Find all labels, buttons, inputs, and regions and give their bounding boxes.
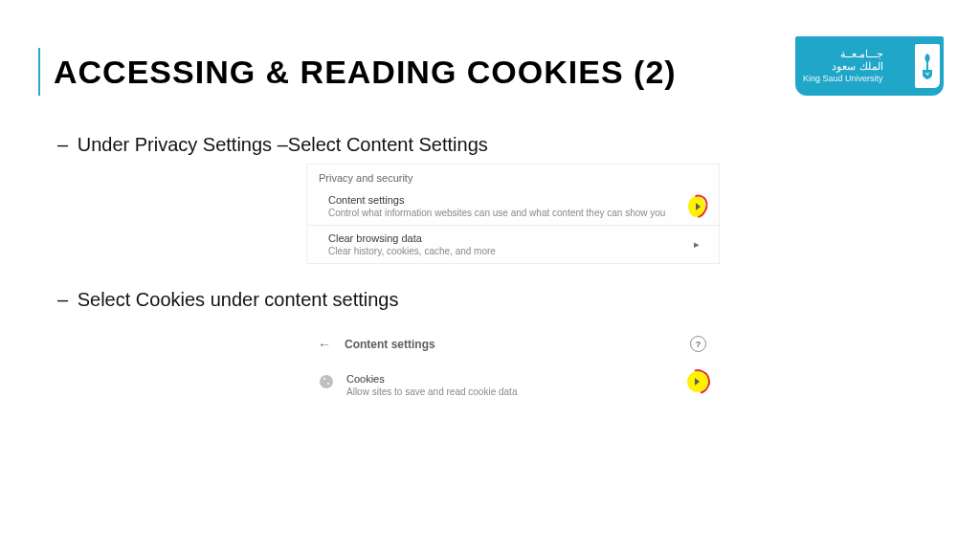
clear-browsing-row[interactable]: Clear browsing data Clear history, cooki… (307, 226, 719, 263)
cookies-arrow[interactable] (687, 371, 708, 392)
university-english: King Saud University (803, 74, 883, 84)
content-settings-header-label: Content settings (345, 338, 435, 351)
highlight-annotation (688, 196, 705, 217)
svg-rect-0 (926, 62, 928, 70)
clear-browsing-sub: Clear history, cookies, cache, and more (328, 246, 680, 256)
university-arabic-2: الملك سعود (803, 60, 883, 74)
content-settings-arrow[interactable] (688, 198, 705, 215)
bullet-1: – Under Privacy Settings –Select Content… (57, 134, 942, 156)
bullet-2: – Select Cookies under content settings (57, 289, 942, 311)
content-settings-sub: Control what information websites can us… (328, 208, 680, 218)
content-settings-label: Content settings (328, 194, 680, 206)
university-badge: جـــامـعــة الملك سعود King Saud Univers… (795, 36, 944, 96)
help-icon[interactable]: ? (690, 336, 706, 352)
content-settings-row[interactable]: Content settings Control what informatio… (307, 187, 719, 226)
university-text: جـــامـعــة الملك سعود King Saud Univers… (803, 48, 883, 85)
cookies-label: Cookies (346, 373, 517, 385)
dash-icon: – (57, 134, 68, 155)
slide: جـــامـعــة الملك سعود King Saud Univers… (0, 0, 980, 551)
bullet-1-text: Under Privacy Settings –Select Content S… (78, 134, 488, 155)
dash-icon: – (57, 289, 68, 310)
clear-browsing-label: Clear browsing data (328, 232, 680, 244)
title-accent (38, 48, 40, 96)
chevron-right-icon: ▸ (688, 236, 705, 253)
back-arrow-icon[interactable]: ← (318, 337, 331, 352)
privacy-security-screenshot: Privacy and security Content settings Co… (306, 164, 720, 264)
red-circle-annotation (681, 190, 712, 223)
content-settings-header: ← Content settings ? (306, 330, 718, 365)
cookies-sub: Allow sites to save and read cookie data (346, 386, 517, 397)
bullet-2-text: Select Cookies under content settings (78, 289, 399, 310)
page-title: ACCESSING & READING COOKIES (2) (54, 54, 677, 91)
highlight-annotation (687, 371, 708, 392)
privacy-section-title: Privacy and security (307, 165, 719, 187)
cookies-row[interactable]: Cookies Allow sites to save and read coo… (306, 365, 718, 407)
palm-shield-icon (915, 44, 940, 88)
university-arabic-1: جـــامـعــة (803, 48, 883, 61)
slide-body: – Under Privacy Settings –Select Content… (38, 134, 942, 407)
red-circle-annotation (680, 364, 715, 399)
cookie-icon (320, 375, 333, 388)
content-settings-screenshot: ← Content settings ? Cookies Allow sites… (306, 330, 718, 407)
